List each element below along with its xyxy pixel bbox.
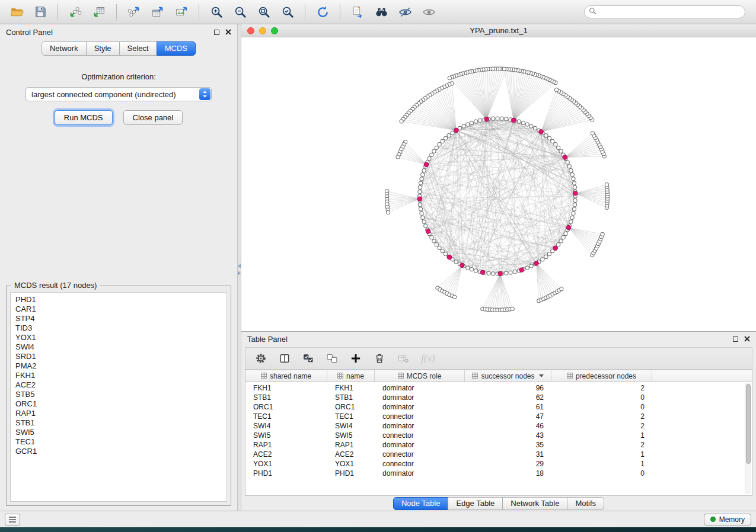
cell[interactable]: connector — [375, 450, 465, 459]
cell[interactable]: 2 — [551, 441, 652, 449]
add-column-button[interactable] — [350, 352, 362, 364]
table-row[interactable]: FKH1FKH1dominator962 — [245, 383, 752, 393]
import-table-button[interactable] — [88, 2, 110, 21]
zoom-out-button[interactable] — [229, 2, 251, 21]
search-input[interactable] — [599, 8, 741, 16]
close-panel-button[interactable]: Close panel — [123, 110, 183, 125]
zoom-fit-button[interactable] — [253, 2, 275, 21]
table-row[interactable]: TEC1TEC1connector472 — [245, 412, 752, 421]
cell[interactable]: STB1 — [327, 393, 375, 402]
cell[interactable]: FKH1 — [245, 384, 327, 392]
share-document-button[interactable] — [347, 2, 368, 21]
column-header-predecessor-nodes[interactable]: predecessor nodes — [551, 370, 652, 382]
tab-style[interactable]: Style — [86, 41, 120, 56]
cell[interactable]: dominator — [375, 384, 465, 392]
table-row[interactable]: YOX1YOX1connector291 — [245, 459, 752, 469]
list-item[interactable]: GCR1 — [15, 447, 222, 456]
cell[interactable]: dominator — [375, 469, 465, 477]
cell[interactable]: 1 — [551, 450, 652, 459]
cell[interactable]: 1 — [551, 460, 652, 468]
cell[interactable]: SWI5 — [245, 431, 327, 440]
cell[interactable]: dominator — [375, 422, 465, 430]
tab-node-table[interactable]: Node Table — [393, 497, 449, 510]
vertical-splitter[interactable] — [237, 24, 241, 511]
list-item[interactable]: STB1 — [15, 418, 222, 428]
select-all-button[interactable] — [302, 352, 314, 364]
list-item[interactable]: YOX1 — [15, 333, 222, 342]
list-item[interactable]: CAR1 — [15, 305, 222, 314]
network-titlebar[interactable]: YPA_prune.txt_1 — [241, 24, 756, 37]
export-table-button[interactable] — [147, 2, 168, 21]
list-item[interactable]: PMA2 — [15, 361, 222, 371]
table-row[interactable]: SWI4SWI4dominator462 — [245, 421, 752, 431]
show-columns-button[interactable] — [279, 352, 291, 364]
list-item[interactable]: SWI5 — [15, 428, 222, 437]
network-canvas[interactable] — [241, 37, 756, 331]
list-item[interactable]: TID3 — [15, 323, 222, 333]
preview-button[interactable] — [418, 2, 439, 21]
cell[interactable]: 29 — [465, 460, 551, 468]
cell[interactable]: 2 — [551, 422, 652, 430]
cell[interactable]: ORC1 — [245, 403, 327, 411]
open-file-button[interactable] — [6, 2, 27, 21]
tab-motifs[interactable]: Motifs — [567, 497, 604, 510]
find-button[interactable] — [371, 2, 392, 21]
cell[interactable]: 62 — [465, 393, 551, 402]
cell[interactable]: SWI4 — [327, 422, 375, 430]
cell[interactable]: RAP1 — [245, 441, 327, 449]
export-network-button[interactable] — [123, 2, 145, 21]
close-window-button[interactable] — [247, 27, 254, 34]
cell[interactable]: YOX1 — [327, 460, 375, 468]
cell[interactable]: 0 — [551, 403, 652, 411]
list-item[interactable]: STB5 — [15, 390, 222, 399]
list-item[interactable]: ACE2 — [15, 380, 222, 390]
close-table-panel-icon[interactable] — [744, 336, 750, 342]
cell[interactable]: FKH1 — [327, 384, 375, 392]
delete-column-button[interactable] — [374, 352, 385, 364]
cell[interactable]: 31 — [465, 450, 551, 459]
cell[interactable]: 47 — [465, 412, 551, 421]
close-panel-icon[interactable] — [225, 29, 231, 35]
list-item[interactable]: FKH1 — [15, 371, 222, 380]
zoom-in-button[interactable] — [206, 2, 227, 21]
float-table-panel-icon[interactable] — [733, 336, 738, 342]
mcds-result-list[interactable]: PHD1CAR1STP4TID3YOX1SWI4SRD1PMA2FKH1ACE2… — [10, 292, 227, 502]
run-mcds-button[interactable]: Run MCDS — [55, 110, 113, 125]
cell[interactable]: ACE2 — [245, 450, 327, 459]
column-header-shared-name[interactable]: shared name — [245, 370, 327, 382]
table-settings-button[interactable] — [255, 352, 267, 364]
search-box[interactable] — [584, 5, 745, 18]
memory-button[interactable]: Memory — [704, 514, 751, 525]
tab-network-table[interactable]: Network Table — [502, 497, 567, 510]
cell[interactable]: 0 — [551, 393, 652, 402]
cell[interactable]: 35 — [465, 441, 551, 449]
cell[interactable]: connector — [375, 460, 465, 468]
table-row[interactable]: ACE2ACE2connector311 — [245, 450, 752, 459]
cell[interactable]: 0 — [551, 469, 652, 477]
minimize-window-button[interactable] — [259, 27, 266, 34]
cell[interactable]: ORC1 — [327, 403, 375, 411]
cell[interactable]: 46 — [465, 422, 551, 430]
column-header-successor-nodes[interactable]: successor nodes — [465, 370, 551, 382]
cell[interactable]: connector — [375, 412, 465, 421]
maximize-window-button[interactable] — [271, 27, 278, 34]
tab-mcds[interactable]: MCDS — [157, 41, 196, 56]
float-panel-icon[interactable] — [214, 30, 219, 35]
list-item[interactable]: ORC1 — [15, 399, 222, 409]
table-scrollbar[interactable] — [745, 383, 751, 494]
cell[interactable]: dominator — [375, 441, 465, 449]
list-item[interactable]: RAP1 — [15, 409, 222, 418]
list-item[interactable]: PHD1 — [15, 295, 222, 305]
cell[interactable]: YOX1 — [245, 460, 327, 468]
cell[interactable]: ACE2 — [327, 450, 375, 459]
cell[interactable]: connector — [375, 431, 465, 440]
cell[interactable]: 61 — [465, 403, 551, 411]
cell[interactable]: TEC1 — [327, 412, 375, 421]
collapse-left-icon[interactable] — [238, 264, 241, 268]
cell[interactable]: 18 — [465, 469, 551, 477]
deselect-all-button[interactable] — [326, 352, 338, 364]
tab-edge-table[interactable]: Edge Table — [448, 497, 503, 510]
list-item[interactable]: SWI4 — [15, 342, 222, 352]
cell[interactable]: dominator — [375, 393, 465, 402]
cell[interactable]: 2 — [551, 384, 652, 392]
